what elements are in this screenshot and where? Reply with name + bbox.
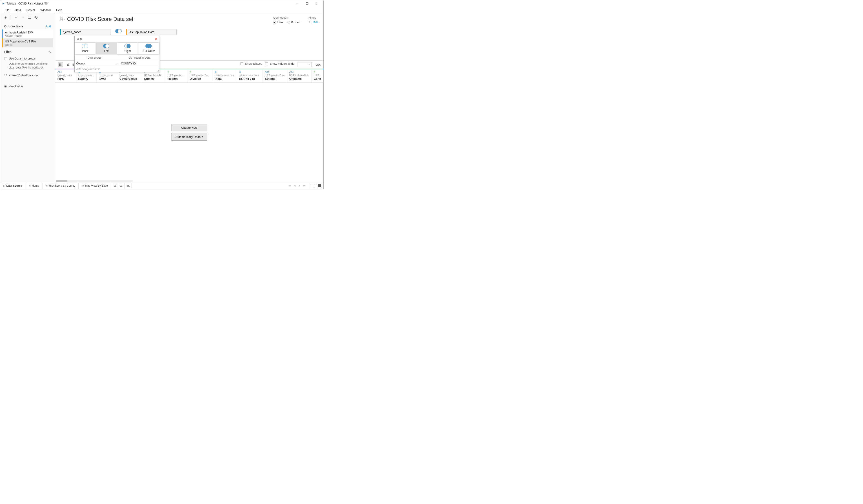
refresh-icon[interactable]: ↻ (34, 15, 39, 20)
sheet-icon: ☷ (4, 74, 8, 77)
geo-type-icon: ⊕ (239, 70, 260, 74)
menu-file[interactable]: File (2, 8, 12, 12)
filter-edit-link[interactable]: Edit (312, 21, 318, 24)
column-header[interactable]: #US Population …Region (165, 69, 187, 82)
tableau-logo-icon[interactable]: ✦ (3, 15, 8, 20)
resize-handle-icon[interactable]: ◢ (157, 69, 159, 72)
update-now-button[interactable]: Update Now (171, 124, 207, 131)
use-interpreter-checkbox[interactable] (4, 57, 7, 60)
union-icon: ⊞ (4, 85, 7, 88)
menu-help[interactable]: Help (54, 8, 64, 12)
geo-type-icon: ⊕ (215, 70, 234, 74)
last-tab-icon[interactable]: ⏭ (303, 184, 306, 187)
join-type-left[interactable]: Left (96, 42, 117, 55)
horizontal-scrollbar[interactable] (56, 180, 133, 182)
back-icon[interactable]: ← (13, 15, 18, 20)
menu-bar: File Data Server Window Help (0, 7, 323, 13)
next-tab-icon[interactable]: ▶ (298, 184, 301, 187)
auto-update-button[interactable]: Automatically Update (171, 133, 207, 141)
column-header[interactable]: ⊕US Population DataCOUNTY ID (237, 69, 263, 82)
join-header-left: Data Source (75, 55, 115, 60)
number-type-icon: # (190, 70, 210, 73)
table-pill-target[interactable]: US Population Data (126, 29, 177, 35)
worksheet-icon: ⊞ (28, 184, 30, 187)
filters-label: Filters (308, 16, 318, 19)
menu-data[interactable]: Data (13, 8, 23, 12)
connection-type: Amazon Redshift (5, 35, 33, 37)
join-header-right: US Population Data (119, 55, 160, 60)
prev-tab-icon[interactable]: ◀ (293, 184, 297, 187)
database-icon: ⌸ · (60, 17, 65, 22)
save-icon[interactable] (27, 15, 32, 20)
join-type-inner[interactable]: Inner (75, 42, 96, 55)
show-hidden-checkbox[interactable] (265, 62, 268, 65)
minimize-button[interactable] (293, 1, 302, 6)
tab-home[interactable]: ⊞ Home (25, 183, 42, 189)
table-pill-source[interactable]: f_covid_cases (60, 29, 111, 35)
datasource-title[interactable]: COVID Risk Score Data set (67, 16, 134, 22)
column-header[interactable]: #US Population Da…Division (187, 69, 212, 82)
join-field-left[interactable]: County (75, 61, 115, 66)
rows-input[interactable]: → (298, 62, 312, 67)
new-union-button[interactable]: ⊞ New Union (0, 80, 55, 92)
tab-map-view[interactable]: ⊞ Map View By State (79, 183, 111, 189)
new-worksheet-button[interactable]: ⊞ (112, 183, 118, 188)
radio-extract[interactable]: Extract (287, 21, 300, 24)
number-type-icon: # (168, 70, 185, 73)
radio-on-icon (273, 21, 276, 24)
text-type-icon: Abc (58, 70, 74, 73)
relationship-canvas[interactable]: f_covid_cases US Population Data Join ✕ (55, 27, 323, 61)
close-button[interactable] (313, 1, 322, 6)
use-interpreter-label: Use Data Interpreter (9, 57, 35, 60)
interpreter-hint: Data Interpreter might be able to clean … (4, 62, 51, 69)
column-header[interactable]: AbcUS Population DataStname (263, 69, 287, 82)
connection-label: Connection (273, 16, 300, 19)
svg-rect-5 (28, 18, 31, 19)
grid-view-button[interactable]: ☷ (58, 62, 63, 67)
forward-icon[interactable]: → (20, 15, 25, 20)
tab-data-source[interactable]: ⌸ Data Source (0, 183, 25, 189)
new-story-button[interactable]: ⧉₊ (126, 183, 132, 188)
new-union-label: New Union (9, 85, 23, 88)
file-item[interactable]: ☷ co-est2019-alldata.csv (4, 72, 51, 78)
worksheet-icon: ⊞ (46, 184, 48, 187)
search-icon[interactable]: 🔍︎ (48, 50, 51, 53)
join-type-right[interactable]: Right (117, 42, 138, 55)
join-field-right[interactable]: COUNTY ID (119, 61, 160, 66)
join-clause-row[interactable]: County = COUNTY ID (75, 61, 160, 66)
join-icon[interactable] (115, 29, 122, 34)
radio-off-icon (287, 21, 290, 24)
window-title: Tableau - COVID Risk Hotspot (40) (7, 2, 49, 5)
show-filmstrip-icon[interactable] (310, 184, 313, 187)
join-operator[interactable]: = (115, 61, 119, 66)
show-aliases-checkbox[interactable] (240, 62, 243, 65)
column-header[interactable]: AbcUS Population DataCtyname (287, 69, 312, 82)
maximize-button[interactable] (303, 1, 312, 6)
connection-item-redshift[interactable]: Amazon Redshift DW Amazon Redshift (2, 29, 53, 38)
add-join-clause[interactable]: Add new join clause (75, 66, 160, 72)
join-popup: Join ✕ Inner Left (74, 36, 160, 72)
file-name: co-est2019-alldata.csv (9, 74, 38, 77)
connection-type: Text file (5, 43, 36, 46)
tab-risk-score[interactable]: ⊞ Risk Score By County (42, 183, 79, 189)
column-header[interactable]: ⊕US Population DataState (212, 69, 237, 82)
svg-rect-4 (28, 16, 31, 18)
list-view-button[interactable]: ≣ (65, 62, 70, 67)
number-type-icon: # (314, 70, 321, 73)
show-tabs-icon[interactable] (318, 184, 321, 187)
new-dashboard-button[interactable]: ⊞₊ (119, 183, 125, 188)
column-header[interactable]: Abcf_covid_casesFIPS (55, 69, 76, 82)
radio-live[interactable]: Live (273, 21, 283, 24)
connection-name: Amazon Redshift DW (5, 31, 33, 34)
add-connection-link[interactable]: Add (46, 25, 51, 28)
close-icon[interactable]: ✕ (155, 37, 157, 41)
connection-item-textfile[interactable]: US Population CVS File Text file (2, 38, 53, 48)
show-sheets-icon[interactable] (314, 184, 317, 187)
first-tab-icon[interactable]: ⏮ (288, 184, 291, 187)
text-type-icon: Abc (289, 70, 309, 73)
join-type-full-outer[interactable]: Full Outer (138, 42, 160, 55)
menu-window[interactable]: Window (38, 8, 53, 12)
join-popup-title: Join (77, 37, 82, 41)
column-header[interactable]: #US PoCens (312, 69, 323, 82)
menu-server[interactable]: Server (24, 8, 37, 12)
